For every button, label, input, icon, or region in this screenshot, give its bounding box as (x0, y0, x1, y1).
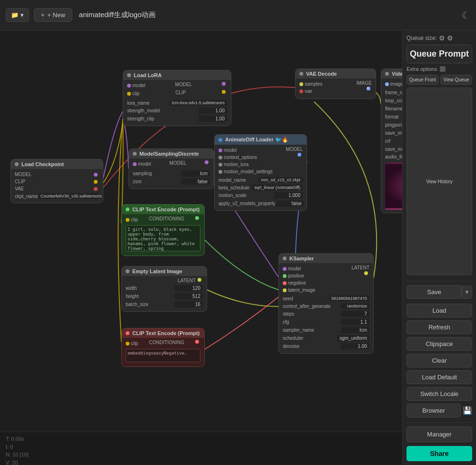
node-title: Load Checkpoint (21, 161, 64, 167)
queue-prompt-button[interactable]: Queue Prompt (407, 45, 472, 63)
node-empty-latent-image[interactable]: Empty Latent Image LATENT width 120 heig… (121, 266, 207, 312)
port-msd-model-in: model (133, 160, 151, 168)
folder-button[interactable]: 📁 ▾ (6, 8, 29, 22)
node-load-lora[interactable]: Load LoRA model MODEL clip CLIP lor (123, 70, 231, 126)
video-preview-image (385, 162, 402, 210)
port-dot-ad-motion-model (218, 170, 222, 174)
share-label: Share (430, 450, 449, 457)
ks-field-scheduler: scheduler sgm_uniform (283, 334, 369, 342)
extra-options-checkbox[interactable] (440, 66, 446, 72)
port-dot-ks-latent (283, 288, 287, 292)
port-video-images-in: images (385, 80, 402, 88)
save-label: Save (427, 288, 441, 296)
queue-controls-row: Queue Front View Queue (407, 75, 472, 85)
save-button[interactable]: Save (407, 285, 462, 299)
node-title-animatediff: AnimateDiff Loader 🐦🔥 (225, 137, 288, 143)
node-clip-text-encode-negative[interactable]: CLIP Text Encode (Prompt) clip CONDITION… (121, 328, 205, 367)
port-ad-motion-model-in: motion_model_settings (218, 168, 273, 175)
view-history-button[interactable]: View History (407, 88, 472, 275)
status-line-3: N: 10 [10] (6, 451, 397, 459)
theme-toggle-button[interactable]: ☾ (462, 10, 470, 21)
clipspace-label: Clipspace (426, 340, 453, 347)
switch-locale-button[interactable]: Switch Locale (407, 387, 472, 401)
manager-button[interactable]: Manager (407, 426, 472, 442)
new-button[interactable]: + + New (34, 8, 72, 22)
port-dot-msd (133, 162, 137, 166)
port-dot-vae-vae (299, 89, 303, 93)
port-dot-vae-samples (299, 82, 303, 86)
port-dot-clip (127, 92, 131, 96)
clip-neg-text[interactable]: embeddingseasyNegative, (126, 349, 200, 362)
ad-field-beta-schedule: beta_schedule sqrt_linear (AnimateDiff) (218, 184, 303, 191)
ks-field-sampler: sampler_name lcm (283, 326, 369, 334)
save-dropdown-arrow[interactable]: ▼ (462, 286, 472, 299)
port-ad-motion-lora-in: motion_lora (218, 161, 273, 168)
node-vae-decode[interactable]: VAE Decode samples vae IMAGE (295, 69, 376, 99)
load-default-button[interactable]: Load Default (407, 370, 472, 384)
clipspace-button[interactable]: Clipspace (407, 337, 472, 351)
clear-label: Clear (432, 357, 446, 364)
new-button-label: + New (48, 11, 65, 19)
port-ad-context-in: context_options (218, 154, 273, 161)
folder-dropdown-icon: ▾ (20, 11, 24, 19)
port-dot (127, 84, 131, 88)
port-ks-positive-in: positive (283, 272, 315, 279)
share-button[interactable]: Share (407, 446, 472, 461)
port-clippos-clip-in: clip (126, 216, 138, 223)
port-latent-out (198, 278, 201, 282)
port-dot-ks-pos (283, 274, 287, 278)
node-title-latent: Empty Latent Image (132, 268, 182, 274)
browser-button[interactable]: Browser (407, 404, 461, 417)
load-default-label: Load Default (422, 374, 457, 381)
node-title-clip-pos: CLIP Text Encode (Prompt) (132, 207, 199, 212)
ks-field-cfg: cfg 1.1 (283, 318, 369, 326)
ks-field-control: control_after_generate randomize (283, 302, 369, 310)
lora-field-strength-clip: strength_clip 1.00 (127, 115, 227, 123)
ad-field-apply-v2: apply_v2_models_properly false (218, 199, 303, 208)
node-title-msd: ModelSamplingDiscrete (139, 151, 199, 157)
queue-front-button[interactable]: Queue Front (407, 75, 438, 85)
node-dot-video (385, 72, 389, 76)
load-button[interactable]: Load (407, 304, 472, 317)
port-conditioning-out (195, 216, 199, 220)
save-row: Save ▼ (407, 285, 472, 299)
port-clip-out (222, 90, 226, 94)
queue-front-label: Queue Front (409, 77, 436, 82)
latent-field-batch: batch_size 16 (126, 300, 203, 308)
right-panel: Queue size: ⚙ ⚙ Queue Prompt Extra optio… (402, 30, 476, 465)
ks-field-denoise: denoise 1.00 (283, 342, 369, 350)
topbar: 📁 ▾ + + New animatediff生成logo动画 ☾ (0, 0, 476, 30)
video-field-frame-rate: frame_rate 8 (385, 89, 402, 97)
node-title-lora: Load LoRA (134, 72, 162, 78)
ks-field-steps: steps 7 (283, 310, 369, 318)
node-dot-msd (133, 152, 137, 156)
video-field-filename: filename_prefix AnimateDiff (385, 105, 402, 113)
node-video-combine[interactable]: Video Combine ●●● images frame_rate 8 lo… (381, 69, 402, 213)
video-field-loop-count: loop_count 0 (385, 97, 402, 105)
ad-field-motion-scale: motion_scale 1.000 (218, 191, 303, 199)
node-model-sampling-discrete[interactable]: ModelSamplingDiscrete model MODEL sampli… (129, 148, 214, 189)
node-ksampler[interactable]: KSampler model positive negative (278, 253, 374, 354)
port-dot-ks-neg (283, 281, 287, 285)
node-clip-text-encode-positive[interactable]: CLIP Text Encode (Prompt) clip CONDITION… (121, 204, 205, 256)
port-model-out-msd (205, 160, 208, 164)
clip-pos-text[interactable]: 1 girl, solo, black eyes, upper body, fr… (126, 225, 200, 251)
node-animatediff-loader[interactable]: AnimateDiff Loader 🐦🔥 model context_opti… (214, 134, 307, 211)
port-ad-model-in: model (218, 147, 273, 154)
folder-icon: 📁 (11, 11, 19, 19)
video-field-save-meta: save_metadata true (385, 145, 402, 153)
refresh-label: Refresh (428, 324, 450, 331)
port-dot-model (94, 173, 98, 177)
refresh-button[interactable]: Refresh (407, 320, 472, 334)
plus-icon: + (41, 11, 45, 19)
view-queue-button[interactable]: View Queue (440, 75, 472, 85)
canvas[interactable]: Load Checkpoint MODEL CLIP VAE ckpt_name… (0, 30, 402, 465)
node-dot (15, 162, 19, 166)
workflow-title: animatediff生成logo动画 (79, 10, 156, 20)
port-ad-model-out (298, 153, 301, 157)
node-title-ksampler: KSampler (289, 256, 314, 261)
node-title-vae: VAE Decode (306, 71, 337, 77)
node-load-checkpoint[interactable]: Load Checkpoint MODEL CLIP VAE ckpt_name… (10, 159, 103, 203)
divider-2 (407, 422, 472, 423)
clear-button[interactable]: Clear (407, 354, 472, 367)
